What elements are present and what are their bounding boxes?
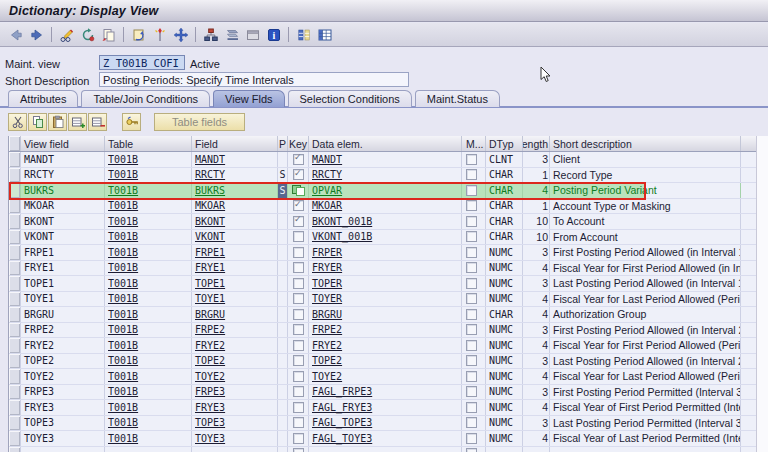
row-selector[interactable] [9,338,21,353]
field-cell[interactable]: BKONT [192,214,278,229]
row-selector[interactable] [9,199,21,214]
table-cell[interactable]: T001B [105,400,192,415]
row-selector[interactable] [9,369,21,384]
key-checkbox[interactable] [292,185,304,196]
key-checkbox[interactable] [293,386,304,397]
m-cell[interactable] [462,214,486,229]
key-cell[interactable] [288,183,309,198]
runtime-object-button[interactable] [293,25,314,44]
table-cell[interactable]: T001B [105,416,192,431]
view-field-cell[interactable]: FRYE1 [21,261,105,276]
display-change-button[interactable] [56,25,77,44]
data-elem-cell[interactable]: FAGL_FRYE3 [309,400,462,415]
table-cell[interactable]: T001B [105,245,192,260]
tab-table-join-conditions[interactable]: Table/Join Conditions [81,90,210,107]
key-checkbox[interactable] [293,169,304,180]
key-cell[interactable] [288,168,309,183]
field-cell[interactable]: FRPE1 [192,245,278,260]
m-cell[interactable] [462,400,486,415]
view-field-cell[interactable]: FRPE2 [21,323,105,338]
table-fields-button[interactable]: Table fields [154,113,245,131]
tab-selection-conditions[interactable]: Selection Conditions [288,90,412,107]
table-contents-button[interactable] [314,25,335,44]
tab-attributes[interactable]: Attributes [8,90,78,107]
field-cell[interactable]: RRCTY [192,168,278,183]
key-checkbox[interactable] [293,340,304,351]
col-field[interactable]: Field [192,136,278,151]
col-key[interactable]: Key [288,136,309,151]
field-cell[interactable]: TOYE1 [192,292,278,307]
m-checkbox[interactable] [466,169,477,180]
table-cell[interactable]: T001B [105,385,192,400]
m-checkbox[interactable] [466,216,477,227]
data-elem-cell[interactable]: TOYE2 [309,369,462,384]
m-cell[interactable] [462,230,486,245]
key-cell[interactable] [288,323,309,338]
key-cell[interactable] [288,261,309,276]
data-elem-cell[interactable]: BRGRU [309,307,462,322]
key-cell[interactable] [288,276,309,291]
form-button[interactable] [242,25,263,44]
row-selector[interactable] [9,354,21,369]
key-checkbox[interactable] [293,433,304,444]
m-cell[interactable] [462,307,486,322]
m-checkbox[interactable] [466,262,477,273]
paste-button[interactable] [48,113,67,131]
field-cell[interactable]: FRPE3 [192,385,278,400]
table-cell[interactable]: T001B [105,230,192,245]
key-cell[interactable] [288,152,309,167]
row-selector[interactable] [9,447,21,452]
key-checkbox[interactable] [293,417,304,428]
back-button[interactable] [5,25,26,44]
field-cell[interactable]: TOYE2 [192,369,278,384]
data-elem-cell[interactable]: FAGL_TOYE3 [309,431,462,446]
short-description-field[interactable]: Posting Periods: Specify Time Intervals [99,72,409,87]
row-selector[interactable] [9,292,21,307]
m-checkbox[interactable] [466,433,477,444]
m-checkbox[interactable] [466,402,477,413]
key-checkbox[interactable] [293,262,304,273]
copy-object-button[interactable] [98,25,119,44]
m-cell[interactable] [462,416,486,431]
field-cell[interactable]: FRYE1 [192,261,278,276]
key-cell[interactable] [288,307,309,322]
table-cell[interactable] [105,447,192,452]
m-checkbox[interactable] [466,324,477,335]
row-selector[interactable] [9,183,21,198]
table-cell[interactable]: T001B [105,199,192,214]
data-elem-cell[interactable]: FRPE2 [309,323,462,338]
field-cell[interactable]: TOYE3 [192,431,278,446]
m-cell[interactable] [462,152,486,167]
m-checkbox[interactable] [466,386,477,397]
m-checkbox[interactable] [466,247,477,258]
field-cell[interactable]: BUKRS [192,183,278,198]
view-field-cell[interactable]: TOYE2 [21,369,105,384]
m-cell[interactable] [462,245,486,260]
key-cell[interactable] [288,292,309,307]
data-elem-cell[interactable]: TOPE2 [309,354,462,369]
copy-button[interactable] [28,113,47,131]
key-cell[interactable] [288,431,309,446]
row-selector[interactable] [9,385,21,400]
view-field-cell[interactable]: TOPE2 [21,354,105,369]
row-selector[interactable] [9,261,21,276]
field-cell[interactable]: BRGRU [192,307,278,322]
row-selector[interactable] [9,168,21,183]
key-checkbox[interactable] [293,309,304,320]
row-selector[interactable] [9,307,21,322]
table-cell[interactable]: T001B [105,307,192,322]
view-field-cell[interactable] [21,447,105,452]
key-cell[interactable] [288,354,309,369]
m-checkbox[interactable] [466,417,477,428]
col-length[interactable]: Length [523,136,550,151]
col-m[interactable]: M... [462,136,486,151]
key-checkbox[interactable] [293,293,304,304]
m-cell[interactable] [462,323,486,338]
field-cell[interactable]: TOPE3 [192,416,278,431]
table-cell[interactable]: T001B [105,214,192,229]
table-cell[interactable]: T001B [105,292,192,307]
view-field-cell[interactable]: TOYE1 [21,292,105,307]
data-elem-cell[interactable]: BKONT_001B [309,214,462,229]
col-data-elem[interactable]: Data elem. [309,136,462,151]
m-cell[interactable] [462,183,486,198]
